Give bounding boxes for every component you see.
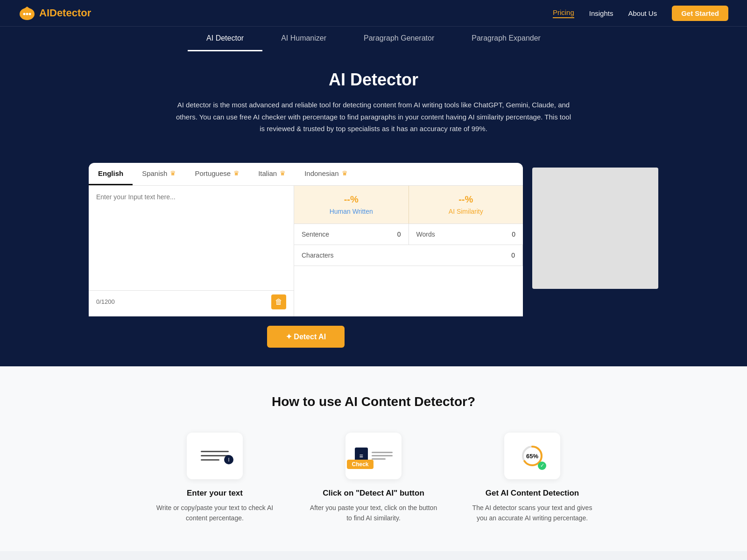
human-score-box: --% Human Written (294, 186, 409, 224)
tool-body: 0/1200 🗑 --% Human Written --% (89, 186, 523, 316)
step-line-3 (201, 459, 219, 461)
step-1-lines: I (201, 451, 229, 461)
char-count: 0/1200 (96, 298, 115, 305)
steps-grid: I Enter your text Write or copy/paste yo… (9, 433, 738, 524)
words-stat: Words 0 (409, 224, 523, 245)
circle-progress: 65% ✓ (521, 444, 544, 468)
step-3-title: Get AI Content Detection (467, 489, 598, 498)
words-label: Words (416, 231, 435, 238)
svg-marker-4 (23, 7, 31, 9)
tab-portuguese[interactable]: Portuguese ♛ (185, 163, 249, 185)
results-stats: Sentence 0 Words 0 Characters (294, 224, 523, 266)
ai-label: AI Similarity (417, 208, 515, 215)
detect-ai-button[interactable]: ✦ Detect AI (267, 326, 345, 348)
nav-about-us[interactable]: About Us (628, 9, 657, 17)
input-footer: 0/1200 🗑 (89, 290, 294, 313)
ai-percent: --% (417, 194, 515, 205)
stats-row-2: Characters 0 (294, 245, 523, 266)
input-area: 0/1200 🗑 (89, 186, 294, 316)
doc-line-2 (372, 455, 393, 456)
stats-row-1: Sentence 0 Words 0 (294, 224, 523, 245)
step-2-desc: After you paste your text, click on the … (308, 503, 439, 524)
nav-insights[interactable]: Insights (589, 9, 613, 17)
sentence-value: 0 (397, 231, 401, 238)
step-1-title: Enter your text (149, 489, 280, 498)
step-2-card: ≡ Check Click on "Detect AI" button Afte… (308, 433, 439, 524)
characters-stat: Characters 0 (294, 245, 523, 266)
hero-title: AI Detector (9, 70, 738, 90)
logo-text: AIDetector (39, 7, 91, 19)
subnav-paragraph-generator[interactable]: Paragraph Generator (345, 27, 453, 51)
complete-check-icon: ✓ (538, 462, 546, 470)
check-badge: Check (347, 460, 373, 469)
clear-button[interactable]: 🗑 (271, 294, 286, 309)
doc-line-1 (372, 452, 393, 453)
human-percent: --% (303, 194, 400, 205)
tab-english[interactable]: English (89, 163, 133, 185)
detect-section: ✦ Detect AI (89, 316, 523, 366)
svg-point-3 (29, 13, 31, 15)
results-scores: --% Human Written --% AI Similarity (294, 186, 523, 224)
human-label: Human Written (303, 208, 400, 215)
subnav: AI Detector AI Humanizer Paragraph Gener… (0, 26, 747, 51)
tool-container: English Spanish ♛ Portuguese ♛ Italian ♛ (89, 163, 523, 316)
step-3-content: 65% ✓ (521, 444, 544, 468)
ad-placeholder (532, 168, 658, 289)
nav-pricing[interactable]: Pricing (553, 8, 574, 18)
italian-crown-icon: ♛ (280, 169, 286, 177)
doc-line-3 (372, 458, 386, 460)
logo-icon (19, 5, 35, 21)
portuguese-crown-icon: ♛ (233, 169, 240, 177)
step-3-desc: The AI detector scans your text and give… (467, 503, 598, 524)
characters-value: 0 (511, 252, 515, 259)
step-2-content: ≡ Check (355, 448, 393, 464)
tab-spanish[interactable]: Spanish ♛ (133, 163, 185, 185)
words-value: 0 (512, 231, 515, 238)
step-3-icon-box: 65% ✓ (504, 433, 560, 479)
step-3-card: 65% ✓ Get AI Content Detection The AI de… (467, 433, 598, 524)
cursor-icon: I (224, 455, 233, 464)
header: AIDetector Pricing Insights About Us Get… (0, 0, 747, 26)
tab-italian[interactable]: Italian ♛ (249, 163, 295, 185)
step-1-desc: Write or copy/paste your text to check A… (149, 503, 280, 524)
logo: AIDetector (19, 5, 91, 21)
step-1-card: I Enter your text Write or copy/paste yo… (149, 433, 280, 524)
how-to-title: How to use AI Content Detector? (9, 394, 738, 409)
tab-indonesian[interactable]: Indonesian ♛ (295, 163, 357, 185)
how-to-section: How to use AI Content Detector? I Enter … (0, 366, 747, 552)
svg-point-1 (23, 13, 26, 15)
subnav-ai-humanizer[interactable]: AI Humanizer (262, 27, 345, 51)
hero-description: AI detector is the most advanced and rel… (173, 99, 574, 135)
tool-wrapper: English Spanish ♛ Portuguese ♛ Italian ♛ (89, 163, 523, 366)
subnav-ai-detector[interactable]: AI Detector (188, 27, 262, 51)
step-line-1 (201, 451, 229, 452)
step-2-title: Click on "Detect AI" button (308, 489, 439, 498)
ai-score-box: --% AI Similarity (409, 186, 523, 224)
subnav-paragraph-expander[interactable]: Paragraph Expander (453, 27, 559, 51)
mini-doc-wrapper: ≡ Check (355, 448, 368, 464)
characters-label: Characters (302, 252, 333, 259)
mini-doc-lines (372, 452, 393, 460)
text-input[interactable] (89, 186, 294, 288)
svg-point-2 (26, 13, 28, 15)
spanish-crown-icon: ♛ (170, 169, 176, 177)
get-started-button[interactable]: Get Started (672, 6, 728, 21)
language-tabs: English Spanish ♛ Portuguese ♛ Italian ♛ (89, 163, 523, 186)
header-nav: Pricing Insights About Us Get Started (553, 6, 728, 21)
step-line-2 (201, 455, 229, 456)
indonesian-crown-icon: ♛ (342, 169, 348, 177)
circle-pct: 65% (526, 452, 538, 459)
hero-section: AI Detector AI detector is the most adva… (0, 51, 747, 163)
sentence-label: Sentence (302, 231, 329, 238)
step-2-icon-box: ≡ Check (345, 433, 402, 479)
step-1-icon-box: I (187, 433, 243, 479)
sentence-stat: Sentence 0 (294, 224, 409, 245)
results-area: --% Human Written --% AI Similarity (294, 186, 523, 316)
